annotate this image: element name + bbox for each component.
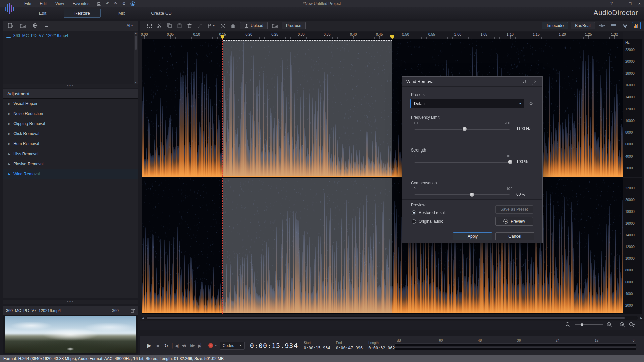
scroll-down-icon[interactable]: ▼ [134,81,138,84]
compensation-slider[interactable]: 0 100 [414,192,510,199]
playhead-line[interactable] [222,39,223,314]
menu-edit[interactable]: Edit [35,0,51,7]
panel-divider-handle[interactable]: •••• [3,300,138,304]
fade-tool-icon[interactable] [218,22,228,30]
copy-icon[interactable] [164,22,174,30]
scrollbar-thumb[interactable] [135,36,137,50]
cut-icon[interactable] [154,22,164,30]
import-folder-icon[interactable] [20,23,26,28]
marker-icon[interactable]: ▼ [205,22,218,30]
account-icon[interactable] [130,1,135,6]
go-to-end-button[interactable]: ▶▏ [196,343,205,348]
scroll-left-icon[interactable]: ◀ [140,317,146,320]
zoom-vertical-icon[interactable] [629,322,635,327]
horizontal-scrollbar[interactable]: ◀ ▶ [140,316,644,320]
preset-settings-gear-icon[interactable]: ⚙ [529,101,533,106]
panel-divider-handle[interactable]: •••• [3,84,138,88]
adjustment-item-click-removal[interactable]: ▶Click Removal [3,129,138,139]
text-size-tool[interactable]: At▾ [127,23,133,28]
produce-folder-icon[interactable] [270,22,280,30]
radio-selected-icon[interactable] [412,210,416,215]
save-icon[interactable] [97,2,101,6]
slider-handle[interactable] [462,127,467,131]
zoom-slider[interactable] [575,324,603,325]
upload-button[interactable]: Upload [240,22,268,29]
original-audio-radio[interactable]: Original audio [412,219,443,224]
mode-360-badge[interactable]: 360 [112,308,119,313]
popout-preview-icon[interactable] [131,309,135,313]
menu-view[interactable]: View [51,0,68,7]
time-selection-region[interactable] [223,178,392,313]
adjustment-item-wind-removal[interactable]: ▶Wind Removal [3,169,138,179]
slider-handle[interactable] [470,192,474,197]
redo-icon[interactable]: ↷ [114,1,117,6]
media-file-item[interactable]: 360_MC_PD_V7_120216.mp4 [3,31,138,40]
spectrogram-area[interactable] [142,39,623,314]
slider-track[interactable] [414,162,510,163]
go-to-start-button[interactable]: ▏◀ [171,343,179,348]
scroll-right-icon[interactable]: ▶ [639,317,644,320]
library-scrollbar[interactable]: ▲ ▼ [134,32,138,84]
timeline-ruler[interactable]: 0:000:050:100:150:200:250:300:350:400:45… [142,32,623,39]
range-select-icon[interactable] [144,22,154,30]
spectral-view-icon[interactable] [632,22,641,29]
frequency-limit-slider[interactable]: 100 2000 [414,126,510,133]
adjustment-item-visual-repair[interactable]: ▶Visual Repair [3,99,138,109]
adjustment-item-noise-reduction[interactable]: ▶Noise Reduction [3,109,138,119]
maximize-icon[interactable]: □ [629,0,632,7]
rewind-button[interactable]: ◀◀ [179,343,188,348]
zoom-slider-handle[interactable] [581,323,583,326]
channel-list-icon[interactable] [609,22,618,29]
slider-handle[interactable] [508,160,513,164]
produce-button[interactable]: Produce [282,22,306,29]
adjustment-item-clipping-removal[interactable]: ▶Clipping Removal [3,119,138,129]
dialog-titlebar[interactable]: Wind Removal [402,77,542,87]
slider-track[interactable] [414,194,510,195]
play-button[interactable]: ▶ [145,342,154,349]
codec-dropdown[interactable]: Codec ▼ [220,342,245,350]
delete-icon[interactable] [184,22,195,30]
zoom-out-icon[interactable] [565,322,571,327]
minimize-icon[interactable]: – [620,0,622,7]
restored-result-radio[interactable]: Restored result [412,210,446,215]
radio-unselected-icon[interactable] [412,219,416,224]
timecode-toggle-button[interactable]: Timecode [542,22,568,29]
preview-button[interactable]: ▶ Preview [495,217,533,226]
presets-dropdown[interactable]: Default ▼ [410,99,524,108]
fast-forward-button[interactable]: ▶▶ [188,343,197,348]
close-icon[interactable]: × [532,79,538,85]
tab-edit[interactable]: Edit [24,9,61,18]
waveform-view-icon[interactable] [621,22,629,29]
paste-icon[interactable] [174,22,184,30]
scrollbar-thumb[interactable] [147,317,625,319]
time-selection-region[interactable] [223,40,392,176]
trim-edit-icon[interactable] [195,22,205,30]
undo-icon[interactable]: ↶ [106,1,109,6]
settings-gear-icon[interactable]: ⚙ [122,1,126,6]
adjustment-item-hiss-removal[interactable]: ▶Hiss Removal [3,149,138,159]
loop-button[interactable]: ↻ [162,343,171,348]
adjustment-item-hum-removal[interactable]: ▶Hum Removal [3,139,138,149]
help-icon[interactable]: ? [610,0,613,7]
menu-file[interactable]: File [20,0,35,7]
zoom-fit-icon[interactable] [620,322,625,327]
tab-restore[interactable]: Restore [64,9,101,18]
close-icon[interactable]: × [638,0,641,7]
mixer-grid-icon[interactable] [228,22,238,30]
record-button[interactable] [208,343,213,348]
cloud-icon[interactable]: ☁ [44,23,48,28]
stop-button[interactable]: ■ [154,343,162,348]
cancel-button[interactable]: Cancel [495,232,534,240]
tab-mix[interactable]: Mix [103,9,140,18]
scrollbar-track[interactable] [146,316,638,320]
stretch-view-icon[interactable] [598,22,606,29]
adjustment-item-plosive-removal[interactable]: ▶Plosive Removal [3,159,138,169]
import-media-icon[interactable] [8,23,13,28]
zoom-in-icon[interactable] [607,322,612,327]
menu-favorites[interactable]: Favorites [68,0,94,7]
download-media-icon[interactable] [33,23,38,28]
minimize-preview-icon[interactable]: — [123,308,127,313]
video-preview-thumbnail[interactable] [3,315,138,354]
strength-slider[interactable]: 0 100 [414,159,510,166]
tab-create-cd[interactable]: Create CD [143,9,180,18]
